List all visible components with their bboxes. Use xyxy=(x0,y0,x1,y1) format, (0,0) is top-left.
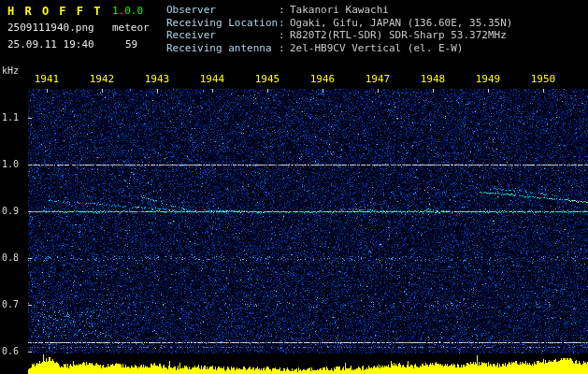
app-version: 1.0.0 xyxy=(112,3,143,20)
metadata-separator: : xyxy=(279,4,290,17)
mode-label: meteor xyxy=(112,20,150,36)
metadata-label: Receiving Location xyxy=(166,17,279,30)
y-axis-unit-label: kHz xyxy=(2,65,19,76)
app-title: H R O F F T xyxy=(7,3,112,20)
hrofft-window: H R O F F T 1.0.0 2509111940.png meteor … xyxy=(0,0,588,374)
metadata-row: Receiving Location:Ogaki, Gifu, JAPAN (1… xyxy=(166,17,512,30)
metadata-value: Takanori Kawachi xyxy=(290,4,389,17)
title-row: H R O F F T 1.0.0 xyxy=(7,3,150,20)
metadata-label: Observer xyxy=(166,4,279,17)
metadata-panel: Observer:Takanori Kawachi Receiving Loca… xyxy=(166,4,512,54)
metadata-separator: : xyxy=(279,29,290,42)
metadata-separator: : xyxy=(279,42,290,55)
metadata-value: R820T2(RTL-SDR) SDR-Sharp 53.372MHz xyxy=(290,29,507,42)
metadata-label: Receiver xyxy=(166,29,279,42)
header-left: H R O F F T 1.0.0 2509111940.png meteor … xyxy=(7,3,150,53)
metadata-row: Observer:Takanori Kawachi xyxy=(166,4,512,17)
metadata-row: Receiver:R820T2(RTL-SDR) SDR-Sharp 53.37… xyxy=(166,29,512,42)
metadata-separator: : xyxy=(279,17,290,30)
metadata-value: 2el-HB9CV Vertical (el. E-W) xyxy=(290,42,463,55)
meteor-count: 59 xyxy=(112,36,137,53)
metadata-value: Ogaki, Gifu, JAPAN (136.60E, 35.35N) xyxy=(290,17,512,30)
datetime-label: 25.09.11 19:40 xyxy=(7,36,112,53)
output-filename: 2509111940.png xyxy=(7,20,112,36)
file-row: 2509111940.png meteor xyxy=(7,20,150,36)
datetime-row: 25.09.11 19:40 59 xyxy=(7,36,150,53)
metadata-label: Receiving antenna xyxy=(166,42,279,55)
spectrogram-canvas xyxy=(0,0,588,374)
metadata-row: Receiving antenna:2el-HB9CV Vertical (el… xyxy=(166,42,512,55)
